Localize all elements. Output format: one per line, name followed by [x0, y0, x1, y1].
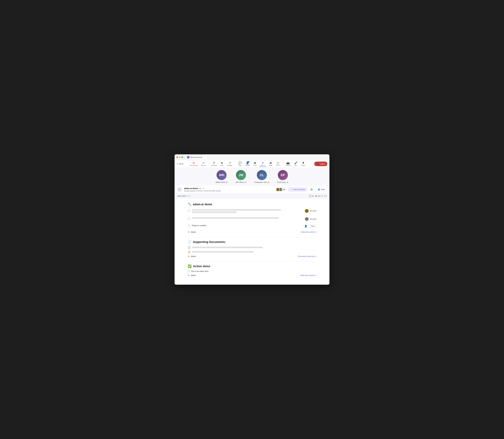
share-button[interactable]: ⬆ Share	[300, 161, 307, 167]
toolbar: 🛡 03:33 ⊟ Stop sharing ⤢ Pop out ⠿ Dial …	[174, 160, 330, 168]
agenda-checkbox-3[interactable]	[188, 225, 190, 227]
hold-button[interactable]: ⏸ Hold	[219, 161, 225, 167]
meeting-options-button[interactable]: •••	[199, 187, 202, 190]
participant-name-john-wilson: John Wilson 🎤	[235, 181, 246, 183]
participant-christopher-lewis: CL Christopher Lewis 🎤	[254, 170, 269, 183]
pop-out-icon: ⤢	[202, 161, 205, 164]
more-icon: •••	[277, 162, 279, 164]
agenda-content-3: things to consider ...	[192, 224, 303, 227]
tab-close-button[interactable]: ×	[204, 156, 205, 158]
mic-button[interactable]: 🎤 Mic	[292, 161, 299, 167]
agenda-time-input-row: 👤 Time	[304, 224, 316, 228]
admai-label: adam.ai	[260, 164, 265, 166]
docs-iadam-row: ✦ iAdam Document summary ▾	[188, 255, 316, 258]
fullscreen-button[interactable]	[181, 157, 183, 158]
participant-emily-parker: EP Emily Parker 🎤	[277, 170, 288, 183]
iadm-btn-label: iAdam assistant	[293, 188, 305, 190]
docs-summary-label: Document summary	[298, 255, 315, 257]
invite-button[interactable]: 👤 Invite	[316, 187, 327, 192]
meeting-favorite-button[interactable]: ☆	[203, 187, 205, 190]
actions-realtime-label: Real-time actions	[300, 274, 315, 276]
teams-logo-icon: T	[187, 156, 189, 159]
mic-muted-icon-william: 🎤	[226, 182, 228, 183]
docs-document-summary-button[interactable]: Document summary ▾	[298, 255, 316, 257]
actions-iadam-label: iAdam	[191, 274, 196, 276]
agenda-checkbox-2[interactable]	[188, 218, 190, 220]
browser-tab[interactable]: T Microsoft teams ×	[185, 155, 207, 159]
participant-william-harris: WH William Harris 🎤	[216, 170, 228, 183]
agenda-iadam-sparkle-icon: ✦	[188, 231, 190, 233]
dial-pad-button[interactable]: ⠿ Dial pad	[210, 161, 218, 167]
list-badge-button[interactable]: ≡	[322, 195, 323, 197]
stop-sharing-button[interactable]: ⊟ Stop sharing	[188, 161, 199, 167]
pop-out-button[interactable]: ⤢ Pop out	[200, 161, 207, 167]
people-button[interactable]: 👤6 People	[244, 161, 251, 167]
document-icon: 📄	[188, 240, 192, 244]
actions-realtime-chevron: ▾	[315, 274, 316, 276]
agenda-item-2: 10 mins	[188, 216, 316, 222]
layers-badge-button[interactable]: ⊞ (10)	[315, 195, 320, 197]
camera-icon: 📷	[286, 161, 290, 164]
main-content: 🔧 adam.ai demo 45 mins	[174, 199, 330, 285]
add-content-chevron-button[interactable]: ▾	[190, 195, 190, 197]
dial-pad-icon: ⠿	[213, 161, 215, 164]
action-checkbox-1[interactable]	[188, 270, 190, 272]
agenda-time-1: 45 mins	[310, 210, 316, 212]
camera-label: Camera	[285, 165, 291, 166]
content-more-button[interactable]: •••	[324, 195, 327, 197]
leave-button[interactable]: 📞 Leave	[314, 161, 327, 166]
admai-button[interactable]: ➤ adam.ai	[259, 161, 267, 167]
doc-item-1: 📋	[188, 246, 316, 249]
participant-john-wilson: JW John Wilson 🎤	[235, 170, 246, 183]
avatar-christopher-lewis: CL	[257, 170, 267, 180]
close-button[interactable]	[176, 157, 178, 158]
meeting-settings-button[interactable]: ⚙️	[309, 187, 314, 192]
agenda-line-1a	[192, 209, 281, 211]
view-button[interactable]: ⊞ View	[252, 161, 258, 167]
more-button[interactable]: ••• More	[275, 161, 281, 166]
agenda-checkbox-1[interactable]	[188, 209, 190, 212]
hold-icon: ⏸	[221, 161, 223, 164]
actions-realtime-button[interactable]: Real-time actions ▾	[300, 274, 316, 276]
agenda-line-2a	[192, 217, 279, 219]
camera-button[interactable]: 📷 Camera	[284, 161, 292, 167]
tasks-badge-button[interactable]: 📋 (6)	[309, 195, 314, 197]
agenda-meta-1: 45 mins	[305, 209, 316, 213]
time-input-field[interactable]: Time	[309, 224, 316, 228]
view-label: View	[253, 165, 257, 166]
section-divider-2	[188, 262, 316, 262]
participant-name-emily-parker: Emily Parker 🎤	[277, 181, 288, 183]
meeting-subtitle: Monday Aug 08, 01:00 PM - 02:00 PM (GMT+…	[184, 190, 274, 192]
actions-iadam-sparkle-icon: ✦	[188, 274, 190, 277]
wrench-icon: 🔧	[188, 203, 192, 206]
action-item-1: This is an action item...	[188, 270, 316, 272]
agenda-title-text: adam.ai demo	[193, 203, 212, 206]
minimize-button[interactable]	[179, 157, 181, 158]
agenda-relevant-content-chevron: ▾	[315, 231, 316, 233]
attendee-extra-count[interactable]: +4	[282, 188, 286, 192]
leave-label: Leave	[320, 163, 325, 165]
docs-iadam-sparkle-icon: ✦	[188, 255, 190, 258]
apps-button[interactable]: ⊞ Apps	[267, 161, 274, 167]
meeting-text-block: adam.ai demo ••• ☆ Monday Aug 08, 01:00 …	[184, 187, 274, 192]
docs-iadam-label: iAdam	[191, 255, 196, 257]
call-timer: 🛡 03:33	[177, 163, 186, 165]
share-label: Share	[301, 165, 305, 166]
settings-icon: ⚙️	[310, 188, 313, 191]
action-items-section: ✅ Action items This is an action item...…	[188, 264, 316, 277]
agenda-relevant-content-label: Relevant content	[301, 231, 315, 233]
iadm-assistant-button[interactable]: ✨ iAdam assistant	[288, 187, 307, 192]
dial-pad-label: Dial pad	[211, 165, 217, 166]
agenda-content-2	[192, 217, 303, 220]
agenda-section: 🔧 adam.ai demo 45 mins	[188, 203, 316, 233]
agenda-relevant-content-button[interactable]: Relevant content ▾	[301, 231, 316, 233]
doc-line-1	[192, 247, 263, 248]
chat-button[interactable]: 💬 Chat	[237, 161, 244, 167]
meeting-info-bar: 17 adam.ai demo ••• ☆ Monday Aug 08, 01:…	[174, 185, 330, 194]
participants-strip: WH William Harris 🎤 JW John Wilson 🎤 CL …	[174, 168, 330, 185]
attendee-avatars[interactable]: +4	[276, 188, 286, 192]
add-content-plus-button[interactable]: +	[187, 195, 189, 197]
chat-label: Chat	[238, 165, 242, 166]
transfer-button[interactable]: ↗ Transfer	[226, 161, 234, 167]
titlebar: T Microsoft teams ×	[174, 154, 330, 160]
